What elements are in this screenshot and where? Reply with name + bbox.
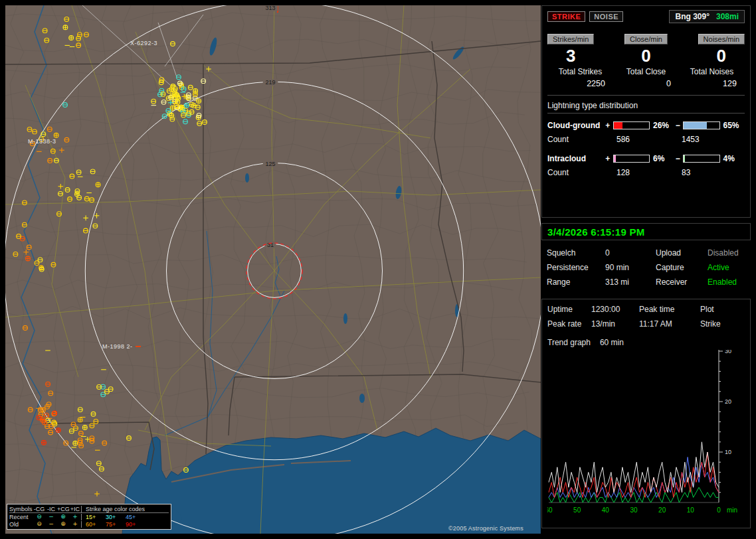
strike-symbol bbox=[96, 183, 100, 187]
close-per-min-value: 0 bbox=[641, 46, 650, 66]
range-ring-label: 31 bbox=[267, 242, 274, 248]
ic-minus-bar bbox=[683, 155, 719, 163]
strike-symbol bbox=[73, 441, 78, 445]
total-strikes-value: 2250 bbox=[547, 79, 613, 88]
trend-x-tick: 10 bbox=[687, 506, 695, 514]
pos-cg-icon: ⊕ bbox=[57, 514, 69, 520]
age-45: 45+ bbox=[126, 514, 140, 520]
legend-symbols-title: Symbols bbox=[9, 506, 33, 512]
trend-x-tick: 0 bbox=[717, 506, 721, 514]
lake-seminole bbox=[359, 394, 365, 403]
strike-symbol bbox=[193, 89, 198, 94]
cg-minus-bar bbox=[683, 121, 719, 129]
datetime-box: 3/4/2026 6:15:19 PM bbox=[541, 223, 751, 240]
range-value: 313 mi bbox=[605, 277, 656, 287]
age-60: 60+ bbox=[86, 521, 100, 528]
squelch-label: Squelch bbox=[547, 248, 605, 258]
strike-symbol bbox=[56, 428, 60, 433]
datetime-value: 3/4/2026 6:15:19 PM bbox=[547, 226, 645, 238]
trend-y-tick: 30 bbox=[725, 350, 731, 354]
legend-recent-label: Recent bbox=[9, 514, 33, 520]
strike-button[interactable]: STRIKE bbox=[547, 11, 585, 22]
strike-symbol bbox=[42, 420, 47, 425]
trend-series-cloud-ground bbox=[549, 452, 719, 497]
pos-cg-icon: ⊕ bbox=[57, 521, 69, 527]
capture-label: Capture bbox=[656, 263, 708, 272]
total-close-value: 0 bbox=[613, 79, 679, 88]
strike-symbol bbox=[82, 425, 87, 430]
trend-x-tick: 60 bbox=[547, 506, 553, 514]
map-legend: Symbols -CG -IC +CG +IC Strike age color… bbox=[7, 504, 171, 530]
legend-col-pos-ic: +IC bbox=[69, 506, 81, 512]
legend-col-neg-cg: -CG bbox=[33, 506, 45, 512]
age-75: 75+ bbox=[106, 521, 120, 528]
rates-row: Strikes/min 3 Close/min 0 Noises/min 0 bbox=[547, 34, 745, 66]
neg-ic-icon: − bbox=[45, 521, 57, 527]
persistence-value: 90 min bbox=[605, 263, 656, 272]
noise-button[interactable]: NOISE bbox=[589, 11, 623, 22]
trend-y-tick: 20 bbox=[725, 398, 731, 405]
strikes-per-min-chip[interactable]: Strikes/min bbox=[547, 34, 594, 44]
divider bbox=[547, 95, 745, 96]
plus-sign: + bbox=[605, 121, 611, 130]
trend-series-noises bbox=[549, 487, 719, 502]
trend-x-tick: 40 bbox=[602, 506, 610, 514]
uptime-grid: Uptime 1230:00 Peak time Plot Peak rate … bbox=[547, 305, 745, 329]
total-strikes: Total Strikes 2250 bbox=[547, 67, 613, 88]
uptime-value: 1230:00 bbox=[591, 305, 639, 314]
strike-stats-section: STRIKE NOISE Bng 309° 308mi Strikes/min … bbox=[541, 5, 751, 218]
trend-x-unit: min bbox=[727, 506, 737, 514]
legend-col-neg-ic: -IC bbox=[45, 506, 57, 512]
ic-plus-count: 128 bbox=[607, 168, 672, 177]
strike-symbol bbox=[184, 103, 189, 108]
age-15: 15+ bbox=[86, 514, 100, 520]
trend-x-tick: 20 bbox=[658, 506, 666, 514]
nexstorm-window: 31321912531 X-6292-3M-1338-3M-1998 2- Sy… bbox=[0, 0, 756, 539]
legend-age-title: Strike age color codes bbox=[81, 506, 169, 512]
strike-symbol bbox=[41, 408, 45, 412]
legend-recent-row: Recent ⊖ − ⊕ + 15+ 30+ 45+ bbox=[9, 513, 169, 520]
trend-graph-label: Trend graph bbox=[547, 338, 591, 347]
pos-ic-icon: + bbox=[69, 514, 81, 520]
noises-per-min: Noises/min 0 bbox=[698, 34, 745, 66]
upload-value: Disabled bbox=[708, 248, 745, 258]
uptime-label: Uptime bbox=[547, 305, 591, 314]
range-label: Range bbox=[547, 277, 605, 287]
close-per-min-chip[interactable]: Close/min bbox=[624, 34, 668, 44]
close-per-min: Close/min 0 bbox=[624, 34, 668, 66]
minus-sign: − bbox=[674, 121, 681, 130]
range-ring-label: 125 bbox=[265, 161, 275, 167]
receiver-value: Enabled bbox=[708, 277, 745, 287]
neg-cg-icon: ⊖ bbox=[33, 521, 45, 527]
range-ring-label: 313 bbox=[265, 5, 275, 11]
receiver-label: Receiver bbox=[656, 277, 708, 287]
legend-col-pos-cg: +CG bbox=[57, 506, 69, 512]
trend-section: Uptime 1230:00 Peak time Plot Peak rate … bbox=[541, 299, 751, 528]
bearing-value: Bng 309° bbox=[675, 12, 709, 21]
peak-rate-value: 13/min bbox=[591, 319, 639, 329]
cg-plus-bar bbox=[613, 121, 650, 129]
cg-minus-pct: 65% bbox=[722, 121, 745, 130]
ic-minus-pct: 4% bbox=[722, 154, 745, 163]
map-canvas[interactable]: 31321912531 X-6292-3M-1338-3M-1998 2- bbox=[5, 5, 541, 534]
cg-plus-count: 586 bbox=[607, 135, 672, 144]
distance-value: 308mi bbox=[716, 12, 739, 21]
minus-sign: − bbox=[674, 154, 681, 163]
squelch-value: 0 bbox=[605, 248, 656, 258]
copyright-credit: ©2005 Astrogenic Systems bbox=[448, 525, 523, 532]
cg-plus-pct: 26% bbox=[652, 121, 674, 130]
age-90: 90+ bbox=[126, 521, 140, 528]
lake-west-point bbox=[343, 313, 347, 324]
noises-per-min-chip[interactable]: Noises/min bbox=[698, 34, 745, 44]
receiver-status-grid: Squelch 0 Upload Disabled Persistence 90… bbox=[541, 240, 751, 293]
cloud-ground-row: Cloud-ground + 26% − 65% bbox=[547, 119, 745, 132]
trend-window-value: 60 min bbox=[600, 338, 624, 347]
lightning-map[interactable]: 31321912531 X-6292-3M-1338-3M-1998 2- Sy… bbox=[5, 5, 541, 534]
plus-sign: + bbox=[605, 154, 611, 163]
distribution-title: Lightning type distribution bbox=[547, 100, 745, 114]
cg-minus-count: 1453 bbox=[672, 135, 700, 144]
age-30: 30+ bbox=[106, 514, 120, 520]
peak-rate-label: Peak rate bbox=[547, 319, 591, 329]
strike-symbol bbox=[26, 256, 31, 261]
trend-y-tick: 10 bbox=[725, 449, 731, 455]
